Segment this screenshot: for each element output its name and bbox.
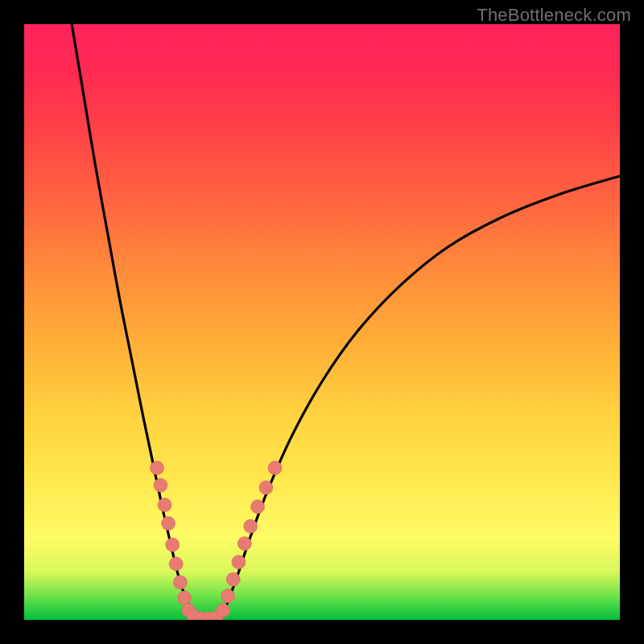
data-bead: [244, 519, 258, 533]
curve-right-branch: [221, 176, 620, 617]
data-bead: [158, 498, 171, 512]
data-bead: [169, 557, 183, 571]
data-bead: [178, 591, 192, 605]
chart-frame: TheBottleneck.com: [0, 0, 644, 644]
data-bead: [232, 555, 246, 569]
bottleneck-curve-svg: [24, 24, 620, 620]
curve-beads: [151, 461, 283, 620]
curve-left-branch: [72, 24, 196, 617]
data-bead: [268, 461, 282, 475]
data-bead: [173, 576, 187, 589]
plot-area: [24, 24, 620, 620]
data-bead: [259, 481, 273, 494]
data-bead: [237, 537, 251, 551]
data-bead: [166, 538, 180, 551]
data-bead: [221, 589, 235, 603]
data-bead: [162, 517, 175, 530]
data-bead: [154, 478, 167, 492]
watermark-text: TheBottleneck.com: [477, 5, 631, 26]
data-bead: [151, 461, 164, 475]
data-bead: [251, 500, 265, 514]
data-bead: [217, 604, 230, 617]
data-bead: [226, 572, 240, 586]
